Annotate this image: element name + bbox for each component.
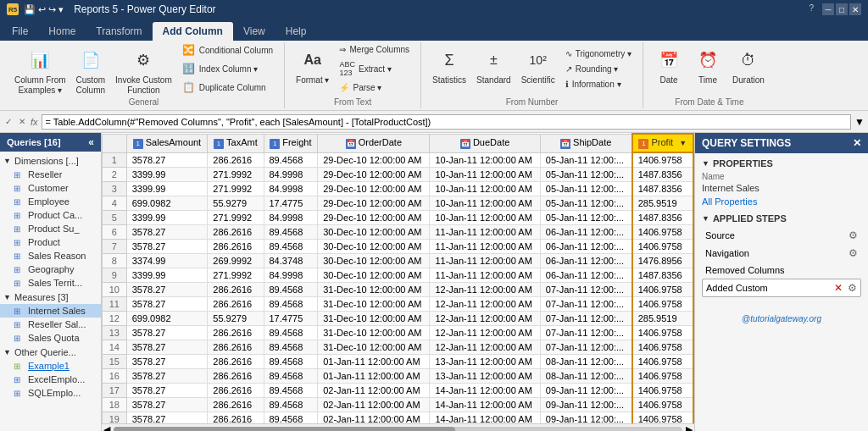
orderdate-type-icon: 📅 bbox=[346, 139, 356, 149]
duplicate-column-button[interactable]: 📋 Duplicate Column bbox=[178, 79, 277, 96]
sidebar-item-sql-emplo[interactable]: ⊞ SQLEmplo... bbox=[0, 386, 101, 400]
rounding-button[interactable]: ↗ Rounding ▾ bbox=[561, 63, 636, 75]
bottom-scrollbar[interactable]: ◀ ▶ bbox=[102, 423, 694, 431]
step-gear-icon[interactable]: ⚙ bbox=[849, 229, 858, 241]
step-gear-icon[interactable]: ⚙ bbox=[849, 247, 858, 259]
table-icon: ⊞ bbox=[14, 334, 25, 343]
statistics-icon: Σ bbox=[436, 47, 463, 74]
query-settings-close-icon[interactable]: ✕ bbox=[853, 137, 861, 149]
applied-step-item[interactable]: Added Custom✕⚙ bbox=[702, 279, 861, 297]
scientific-button[interactable]: 10² Scientific bbox=[517, 44, 559, 87]
sidebar-item-sales-territ[interactable]: ⊞ Sales Territ... bbox=[0, 276, 101, 290]
general-group-label: General bbox=[3, 97, 284, 107]
col-header-shipdate[interactable]: 📅ShipDate bbox=[540, 134, 632, 152]
formula-input[interactable] bbox=[42, 114, 852, 130]
checkmark-icon[interactable]: ✓ bbox=[3, 115, 14, 128]
invoke-custom-function-button[interactable]: ⚙ Invoke CustomFunction bbox=[111, 44, 176, 98]
column-from-examples-button[interactable]: 📊 Column FromExamples ▾ bbox=[10, 44, 70, 98]
sidebar-item-excel-emplo[interactable]: ⊞ ExcelEmplo... bbox=[0, 373, 101, 386]
step-gear-icon[interactable]: ⚙ bbox=[848, 282, 857, 294]
col-header-freight[interactable]: 1Freight bbox=[264, 134, 318, 152]
applied-steps-header[interactable]: ▼ APPLIED STEPS bbox=[702, 213, 861, 224]
trigonometry-button[interactable]: ∿ Trigonometry ▾ bbox=[561, 47, 636, 60]
cancel-formula-icon[interactable]: ✕ bbox=[17, 115, 27, 128]
tree-group-measures-header[interactable]: ▼ Measures [3] bbox=[0, 290, 101, 304]
tab-help[interactable]: Help bbox=[275, 22, 317, 41]
close-button[interactable]: ✕ bbox=[849, 3, 861, 15]
merge-columns-button[interactable]: ⇒ Merge Columns bbox=[335, 43, 414, 56]
trig-icon: ∿ bbox=[565, 49, 572, 58]
sidebar-item-reseller-sal[interactable]: ⊞ Reseller Sal... bbox=[0, 318, 101, 331]
sidebar-item-product-su[interactable]: ⊞ Product Su_ bbox=[0, 222, 101, 235]
table-icon: ⊞ bbox=[14, 307, 25, 316]
sidebar-item-reseller[interactable]: ⊞ Reseller bbox=[0, 168, 101, 181]
window-controls[interactable]: ? ─ □ ✕ bbox=[809, 3, 861, 15]
sidebar-item-product[interactable]: ⊞ Product bbox=[0, 235, 101, 249]
sidebar-item-internet-sales[interactable]: ⊞ Internet Sales bbox=[0, 304, 101, 318]
data-cell: 07-Jan-11 12:00:... bbox=[540, 326, 632, 340]
standard-button[interactable]: ± Standard bbox=[472, 44, 515, 87]
col-header-salesamount[interactable]: 1SalesAmount bbox=[126, 134, 208, 152]
tree-group-dimensions-header[interactable]: ▼ Dimensions [...] bbox=[0, 154, 101, 168]
sidebar-collapse-icon[interactable]: « bbox=[88, 136, 94, 148]
right-arrow[interactable]: ▶ bbox=[686, 424, 693, 431]
sidebar-item-example1[interactable]: ⊞ Example1 bbox=[0, 359, 101, 373]
ribbon-group-general-content: 📊 Column FromExamples ▾ 📄 CustomColumn ⚙… bbox=[10, 44, 277, 105]
col-header-duedate[interactable]: 📅DueDate bbox=[430, 134, 540, 152]
tab-transform[interactable]: Transform bbox=[86, 22, 152, 41]
sidebar-item-geography[interactable]: ⊞ Geography bbox=[0, 262, 101, 276]
step-delete-icon[interactable]: ✕ bbox=[834, 282, 843, 294]
sidebar-item-sales-quota[interactable]: ⊞ Sales Quota bbox=[0, 331, 101, 345]
sidebar-item-customer[interactable]: ⊞ Customer bbox=[0, 181, 101, 195]
custom-column-button[interactable]: 📄 CustomColumn bbox=[72, 44, 109, 98]
information-icon: ℹ bbox=[565, 80, 569, 89]
index-column-button[interactable]: 🔢 Index Column ▾ bbox=[178, 60, 277, 77]
row-number: 6 bbox=[103, 225, 127, 240]
all-properties-link[interactable]: All Properties bbox=[702, 196, 757, 207]
left-arrow[interactable]: ◀ bbox=[103, 424, 110, 431]
profit-dropdown-icon[interactable]: ▼ bbox=[679, 139, 687, 147]
data-cell: 286.2616 bbox=[208, 384, 264, 398]
tab-add-column[interactable]: Add Column bbox=[153, 22, 233, 41]
table-row: 73578.27286.261689.456830-Dec-10 12:00:0… bbox=[103, 240, 694, 254]
time-button[interactable]: ⏰ Time bbox=[689, 44, 726, 87]
applied-step-item[interactable]: Navigation⚙ bbox=[702, 245, 861, 262]
profit-cell: 1487.8356 bbox=[632, 182, 693, 196]
col-header-taxamt[interactable]: 1TaxAmt bbox=[208, 134, 264, 152]
data-cell: 3578.27 bbox=[126, 340, 208, 355]
quick-access: 💾 ↩ ↪ ▾ bbox=[24, 4, 64, 15]
sidebar-item-product-ca[interactable]: ⊞ Product Ca... bbox=[0, 208, 101, 222]
applied-step-item[interactable]: Source⚙ bbox=[702, 227, 861, 244]
conditional-column-button[interactable]: 🔀 Conditional Column bbox=[178, 41, 277, 58]
col-header-profit[interactable]: 1Profit ▼ bbox=[632, 134, 693, 152]
properties-arrow: ▼ bbox=[702, 159, 709, 168]
date-button[interactable]: 📅 Date bbox=[650, 44, 687, 87]
tree-group-other-queries-header[interactable]: ▼ Other Querie... bbox=[0, 345, 101, 359]
statistics-button[interactable]: Σ Statistics bbox=[428, 44, 470, 87]
properties-section-header[interactable]: ▼ PROPERTIES bbox=[702, 158, 861, 169]
data-cell: 29-Dec-10 12:00:00 AM bbox=[318, 182, 430, 196]
applied-step-item[interactable]: Removed Columns bbox=[702, 262, 861, 278]
formula-expand-icon[interactable]: ▼ bbox=[854, 116, 865, 128]
help-icon[interactable]: ? bbox=[809, 3, 814, 15]
col-header-orderdate[interactable]: 📅OrderDate bbox=[318, 134, 430, 152]
data-cell: 31-Dec-10 12:00:00 AM bbox=[318, 340, 430, 355]
tab-view[interactable]: View bbox=[233, 22, 275, 41]
parse-button[interactable]: ⚡ Parse ▾ bbox=[335, 81, 414, 94]
data-grid[interactable]: 1SalesAmount 1TaxAmt 1Freight 📅OrderDate bbox=[102, 133, 694, 423]
extract-button[interactable]: ABC123 Extract ▾ bbox=[335, 58, 414, 79]
data-cell: 14-Jan-11 12:00:00 AM bbox=[430, 412, 540, 424]
sidebar-item-employee[interactable]: ⊞ Employee bbox=[0, 195, 101, 208]
data-cell: 286.2616 bbox=[208, 355, 264, 369]
minimize-button[interactable]: ─ bbox=[822, 3, 834, 15]
data-cell: 89.4568 bbox=[264, 326, 318, 340]
tab-file[interactable]: File bbox=[2, 22, 38, 41]
duration-button[interactable]: ⏱ Duration bbox=[728, 44, 769, 87]
format-button[interactable]: Aa Format ▾ bbox=[292, 44, 333, 87]
tab-home[interactable]: Home bbox=[38, 22, 86, 41]
ribbon-group-from-text: Aa Format ▾ ⇒ Merge Columns ABC123 Extra… bbox=[285, 42, 421, 108]
restore-button[interactable]: □ bbox=[836, 3, 848, 15]
horizontal-scrollbar[interactable] bbox=[114, 427, 682, 432]
sidebar-item-sales-reason[interactable]: ⊞ Sales Reason bbox=[0, 249, 101, 262]
information-button[interactable]: ℹ Information ▾ bbox=[561, 78, 636, 91]
